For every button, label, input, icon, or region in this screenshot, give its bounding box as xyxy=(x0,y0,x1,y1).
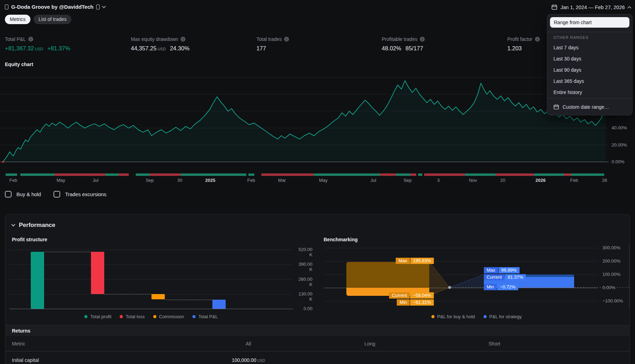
equity-x-tick-label: May xyxy=(57,178,65,183)
profit-gridline xyxy=(9,279,293,280)
trade-strip-win-segment xyxy=(248,173,254,176)
equity-x-tick-label: Feb xyxy=(9,178,17,183)
equity-x-tick-label: Sep xyxy=(403,178,411,183)
returns-section-header[interactable]: Returns xyxy=(5,325,630,336)
menu-item-custom-date-range[interactable]: Custom date range… xyxy=(547,101,632,113)
menu-divider xyxy=(547,98,632,99)
tab-metrics[interactable]: Metrics xyxy=(5,15,30,24)
title-suffix-icon xyxy=(96,5,100,9)
info-icon[interactable]: i xyxy=(535,37,540,42)
legend-item: Commission xyxy=(153,314,184,319)
metric-values: 1.203 xyxy=(507,45,540,52)
trade-strip-win-segment xyxy=(20,173,55,176)
profit-y-tick-label: 130.00 K xyxy=(294,291,312,302)
waterfall-bar-commission[interactable] xyxy=(151,294,165,299)
menu-item-entire-history[interactable]: Entire history xyxy=(547,87,632,98)
info-icon[interactable]: i xyxy=(28,37,33,42)
badge-label: Min xyxy=(484,284,497,290)
info-icon[interactable]: i xyxy=(181,37,185,42)
calendar-icon xyxy=(553,104,559,110)
custom-date-range-label: Custom date range… xyxy=(563,104,609,110)
strategy-tester-panel: G-Doda Groove by @DaviddTech Jan 1, 2024… xyxy=(0,0,635,364)
legend-label: P&L for strategy xyxy=(489,314,522,319)
metric-profitable-trades: Profitable tradesi48.02%85/177 xyxy=(382,36,425,52)
badge-label: Max xyxy=(396,258,410,264)
trade-strip-win-segment xyxy=(314,173,380,176)
equity-x-tick-label: 3 xyxy=(437,178,439,183)
badge-value: −0.72% xyxy=(497,284,518,290)
legend-label: Total loss xyxy=(126,314,144,319)
table-header-divider xyxy=(5,351,630,351)
badge-label: Max xyxy=(484,267,498,273)
metric-value: 44,357.25 xyxy=(131,45,156,52)
metric-label: Max equity drawdowni xyxy=(131,36,190,42)
equity-x-tick-label: Mar xyxy=(278,178,286,183)
trade-strip-loss-segment xyxy=(55,173,105,176)
equity-x-tick-label: 26 xyxy=(602,178,607,183)
date-range-button[interactable]: Jan 1, 2024 — Feb 27, 2026 xyxy=(551,4,631,10)
info-icon[interactable]: i xyxy=(284,37,289,42)
waterfall-bar-total-loss[interactable] xyxy=(91,252,104,294)
date-range-menu: Range from chart OTHER RANGES Last 7 day… xyxy=(547,14,633,115)
strategy-max-badge: Max99.89% xyxy=(484,267,520,273)
equity-x-tick-label: Sep xyxy=(146,178,154,183)
metric-profit-factor: Profit factori1.203 xyxy=(507,36,540,52)
performance-header[interactable]: Performance xyxy=(12,222,55,229)
calendar-icon xyxy=(551,4,557,10)
metric-label-text: Profitable trades xyxy=(382,36,417,42)
equity-chart[interactable] xyxy=(0,66,609,164)
profit-y-tick-label: 390.00 K xyxy=(294,262,312,272)
badge-value: 99.89% xyxy=(499,267,520,273)
equity-y-tick-label: 20.00% xyxy=(612,142,627,148)
metric-unit: USD xyxy=(35,47,43,51)
menu-divider xyxy=(547,32,632,32)
metric-label: Total tradesi xyxy=(256,36,289,42)
badge-value: −58.04% xyxy=(410,292,434,299)
tab-list-of-trades[interactable]: List of trades xyxy=(34,15,71,24)
menu-item-last-365-days[interactable]: Last 365 days xyxy=(547,76,632,87)
buy-and-hold-checkbox[interactable] xyxy=(5,191,12,198)
metric-values: +81,367.32USD+81.37% xyxy=(5,45,70,52)
menu-item-last-7-days[interactable]: Last 7 days xyxy=(547,42,632,53)
metric-value: +81,367.32 xyxy=(5,45,34,52)
waterfall-bar-total-profit[interactable] xyxy=(31,252,44,309)
menu-item-last-90-days[interactable]: Last 90 days xyxy=(547,64,632,76)
legend-item: Total loss xyxy=(120,314,144,319)
metric-unit: USD xyxy=(157,47,165,51)
legend-item: P&L for buy & hold xyxy=(431,314,475,319)
trades-excursions-checkbox[interactable] xyxy=(54,191,60,198)
equity-x-tick-label: 2026 xyxy=(536,178,546,183)
performance-title: Performance xyxy=(19,222,55,229)
trades-excursions-label: Trades excursions xyxy=(65,192,106,197)
metric-label-text: Total trades xyxy=(256,36,282,42)
waterfall-connector xyxy=(104,294,151,294)
legend-dot xyxy=(153,315,156,318)
equity-start-marker xyxy=(2,161,4,163)
legend-label: Commission xyxy=(159,314,184,319)
badge-value: 195.83% xyxy=(410,258,434,264)
convergence-dot xyxy=(448,286,451,289)
equity-x-axis: FebMayJulSep302025FebMarMayJulSep3Nov202… xyxy=(0,178,609,184)
menu-item-range-from-chart[interactable]: Range from chart xyxy=(550,17,629,28)
equity-x-tick-label: 2025 xyxy=(205,178,216,183)
date-range-label: Jan 1, 2024 — Feb 27, 2026 xyxy=(560,5,625,10)
info-icon[interactable]: i xyxy=(420,37,425,42)
returns-row-metric: Initial capital xyxy=(12,357,39,363)
menu-section-label: OTHER RANGES xyxy=(553,35,588,40)
cell-value: 100,000.00 xyxy=(232,357,256,363)
badge-label: Current xyxy=(389,292,410,299)
buy-and-hold-label: Buy & hold xyxy=(16,192,41,197)
collapse-chevron-icon[interactable] xyxy=(11,222,15,226)
trade-strip-win-segment xyxy=(396,173,410,176)
chevron-down-icon[interactable] xyxy=(102,4,106,8)
chart-overlay-toggles: Buy & hold Trades excursions xyxy=(5,191,114,198)
metric-label-text: Max equity drawdown xyxy=(131,36,178,42)
trade-strip-win-segment xyxy=(571,173,604,176)
equity-x-tick-label: 30 xyxy=(177,178,182,183)
profit-gridline xyxy=(9,264,293,265)
legend-item: P&L for strategy xyxy=(484,314,522,319)
returns-column-header-all: All xyxy=(246,341,251,347)
waterfall-bar-total-p-l[interactable] xyxy=(212,300,226,309)
strategy-title-row[interactable]: G-Doda Groove by @DaviddTech xyxy=(5,4,105,10)
menu-item-last-30-days[interactable]: Last 30 days xyxy=(547,53,632,64)
